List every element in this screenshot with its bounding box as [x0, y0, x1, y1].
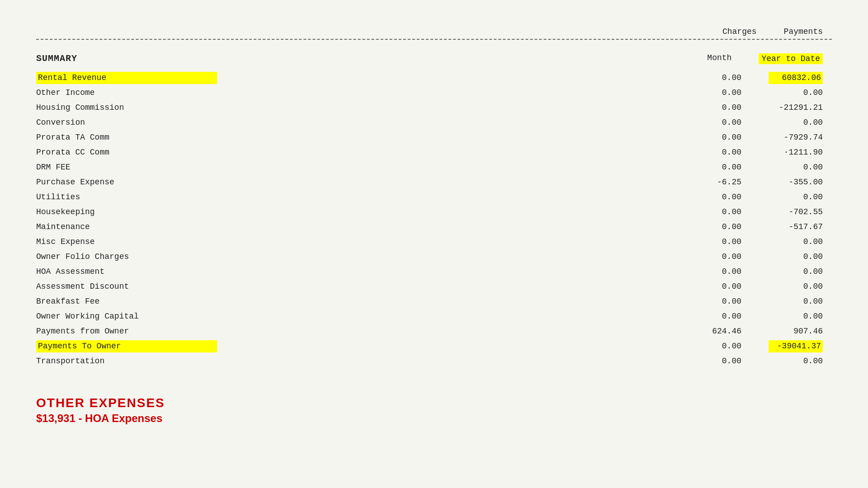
ytd-value: 0.00 — [769, 161, 823, 174]
row-values: 624.46907.46 — [687, 325, 823, 338]
month-value: 0.00 — [687, 236, 741, 248]
row-label: HOA Assessment — [36, 266, 217, 278]
data-rows-container: Rental Revenue0.0060832.06Other Income0.… — [36, 70, 832, 369]
table-row: Breakfast Fee0.000.00 — [36, 294, 832, 309]
ytd-value: 0.00 — [769, 296, 823, 308]
row-values: 0.00-702.55 — [687, 206, 823, 218]
table-row: Purchase Expense-6.25-355.00 — [36, 175, 832, 190]
month-value: -6.25 — [687, 176, 741, 188]
row-label: Rental Revenue — [36, 72, 217, 84]
ytd-value: 60832.06 — [769, 72, 823, 84]
table-row: Payments from Owner624.46907.46 — [36, 324, 832, 339]
row-label: Owner Working Capital — [36, 310, 217, 323]
month-value: 0.00 — [687, 146, 741, 159]
row-values: 0.000.00 — [687, 161, 823, 174]
ytd-value: 0.00 — [769, 310, 823, 323]
month-value: 0.00 — [687, 206, 741, 218]
table-row: Housekeeping0.00-702.55 — [36, 205, 832, 220]
table-row: Prorata TA Comm0.00-7929.74 — [36, 130, 832, 145]
ytd-value: 907.46 — [769, 325, 823, 338]
month-value: 0.00 — [687, 266, 741, 278]
row-label: Housekeeping — [36, 206, 217, 218]
row-values: 0.000.00 — [687, 266, 823, 278]
row-label: DRM FEE — [36, 161, 217, 174]
month-value: 0.00 — [687, 251, 741, 263]
month-value: 0.00 — [687, 221, 741, 233]
row-label: Payments To Owner — [36, 340, 217, 352]
row-values: 0.000.00 — [687, 251, 823, 263]
row-values: 0.00·1211.90 — [687, 146, 823, 159]
month-value: 0.00 — [687, 87, 741, 99]
row-label: Prorata TA Comm — [36, 131, 217, 144]
ytd-value: 0.00 — [769, 191, 823, 203]
table-row: Maintenance0.00-517.67 — [36, 220, 832, 235]
row-values: 0.000.00 — [687, 281, 823, 293]
summary-header-row: SUMMARY Month Year to Date — [36, 53, 832, 64]
other-expenses-title: OTHER EXPENSES — [36, 396, 832, 410]
row-values: 0.000.00 — [687, 191, 823, 203]
row-values: 0.0060832.06 — [687, 72, 823, 84]
table-row: Assessment Discount0.000.00 — [36, 279, 832, 294]
ytd-value: 0.00 — [769, 281, 823, 293]
month-value: 0.00 — [687, 310, 741, 323]
table-row: Payments To Owner0.00-39041.37 — [36, 339, 832, 354]
row-values: 0.000.00 — [687, 355, 823, 367]
table-row: Housing Commission0.00-21291.21 — [36, 100, 832, 115]
row-values: 0.000.00 — [687, 117, 823, 129]
row-label: Misc Expense — [36, 236, 217, 248]
table-row: Rental Revenue0.0060832.06 — [36, 70, 832, 85]
ytd-value: 0.00 — [769, 87, 823, 99]
month-value: 624.46 — [687, 325, 741, 338]
ytd-value: 0.00 — [769, 117, 823, 129]
ytd-value: 0.00 — [769, 355, 823, 367]
ytd-value: -517.67 — [769, 221, 823, 233]
month-column-header: Month — [677, 53, 731, 64]
summary-section: SUMMARY Month Year to Date Rental Revenu… — [36, 53, 832, 369]
row-label: Other Income — [36, 87, 217, 99]
table-row: Conversion0.000.00 — [36, 115, 832, 130]
row-values: 0.000.00 — [687, 236, 823, 248]
divider — [36, 39, 832, 40]
ytd-value: -702.55 — [769, 206, 823, 218]
row-label: Assessment Discount — [36, 281, 217, 293]
table-row: Owner Folio Charges0.000.00 — [36, 249, 832, 264]
row-label: Maintenance — [36, 221, 217, 233]
row-label: Housing Commission — [36, 102, 217, 114]
row-label: Payments from Owner — [36, 325, 217, 338]
table-row: Owner Working Capital0.000.00 — [36, 309, 832, 324]
row-values: 0.00-7929.74 — [687, 131, 823, 144]
row-label: Breakfast Fee — [36, 296, 217, 308]
table-row: Misc Expense0.000.00 — [36, 235, 832, 249]
row-values: 0.00-39041.37 — [687, 340, 823, 352]
month-value: 0.00 — [687, 191, 741, 203]
row-values: 0.000.00 — [687, 296, 823, 308]
month-value: 0.00 — [687, 340, 741, 352]
payments-header: Payments — [784, 27, 823, 36]
table-row: HOA Assessment0.000.00 — [36, 264, 832, 279]
ytd-value: 0.00 — [769, 236, 823, 248]
column-headers: Month Year to Date — [677, 53, 823, 64]
row-values: -6.25-355.00 — [687, 176, 823, 188]
month-value: 0.00 — [687, 102, 741, 114]
ytd-value: 0.00 — [769, 251, 823, 263]
month-value: 0.00 — [687, 281, 741, 293]
row-label: Conversion — [36, 117, 217, 129]
other-expenses-section: OTHER EXPENSES $13,931 - HOA Expenses — [36, 396, 832, 425]
table-row: Transportation0.000.00 — [36, 354, 832, 369]
month-value: 0.00 — [687, 296, 741, 308]
row-label: Transportation — [36, 355, 217, 367]
table-row: Utilities0.000.00 — [36, 190, 832, 205]
table-row: Prorata CC Comm0.00·1211.90 — [36, 145, 832, 160]
row-label: Prorata CC Comm — [36, 146, 217, 159]
row-values: 0.000.00 — [687, 310, 823, 323]
header-columns: Charges Payments — [36, 27, 832, 36]
month-value: 0.00 — [687, 131, 741, 144]
month-value: 0.00 — [687, 355, 741, 367]
month-value: 0.00 — [687, 117, 741, 129]
row-values: 0.00-21291.21 — [687, 102, 823, 114]
row-label: Owner Folio Charges — [36, 251, 217, 263]
ytd-value: ·1211.90 — [769, 146, 823, 159]
row-values: 0.000.00 — [687, 87, 823, 99]
row-label: Utilities — [36, 191, 217, 203]
row-values: 0.00-517.67 — [687, 221, 823, 233]
